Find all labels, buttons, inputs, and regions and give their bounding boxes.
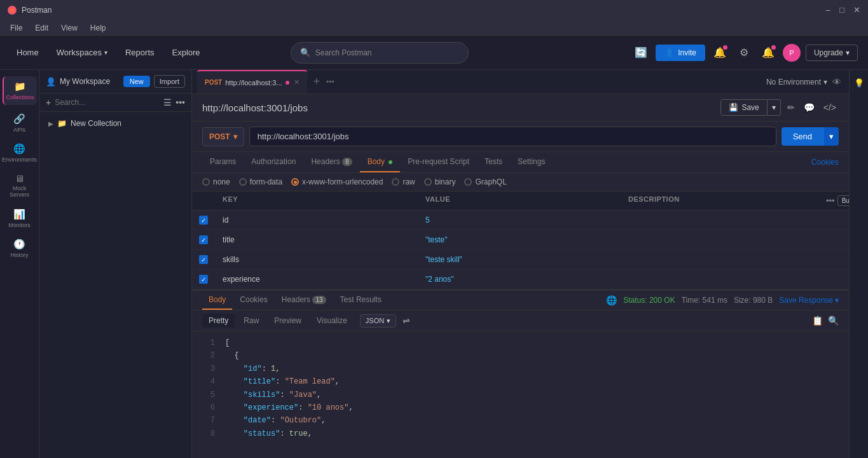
settings-btn[interactable]: ⚙	[734, 43, 754, 62]
save-response-btn[interactable]: Save Response ▾	[779, 296, 839, 305]
search-bar[interactable]: 🔍 Search Postman	[291, 42, 469, 64]
cell-key-title[interactable]: title	[215, 230, 418, 249]
cell-desc-title[interactable]	[621, 235, 823, 245]
sidebar-item-history[interactable]: 🕐 History	[3, 234, 37, 263]
menu-edit[interactable]: Edit	[30, 22, 53, 34]
cell-key-skills[interactable]: skills	[215, 250, 418, 269]
cell-desc-id[interactable]	[621, 215, 823, 225]
nav-workspaces[interactable]: Workspaces ▾	[50, 45, 114, 60]
search-response-btn[interactable]: 🔍	[828, 316, 839, 326]
resp-tab-cookies[interactable]: Cookies	[233, 291, 273, 310]
sidebar-item-mock-servers[interactable]: 🖥 Mock Servers	[3, 169, 37, 203]
cell-val-title[interactable]: "teste"	[418, 230, 621, 249]
checkbox-id[interactable]: ✓	[199, 216, 208, 225]
nav-explore[interactable]: Explore	[166, 45, 207, 60]
cell-key-experience[interactable]: experience	[215, 270, 418, 289]
tab-body[interactable]: Body	[360, 152, 401, 172]
nav-home[interactable]: Home	[10, 45, 45, 60]
checkbox-skills[interactable]: ✓	[199, 255, 208, 264]
tab-tests[interactable]: Tests	[477, 152, 510, 172]
maximize-btn[interactable]: □	[839, 5, 844, 15]
method-select[interactable]: POST ▾	[202, 127, 244, 146]
body-opt-graphql[interactable]: GraphQL	[464, 177, 506, 186]
nav-reports[interactable]: Reports	[119, 45, 161, 60]
tab-params[interactable]: Params	[202, 152, 244, 172]
sidebar-item-environments[interactable]: 🌐 Environments	[3, 139, 37, 167]
tab-headers[interactable]: Headers 8	[303, 152, 359, 172]
invite-button[interactable]: 👤 Invite	[656, 45, 705, 61]
add-collection-icon[interactable]: +	[46, 97, 51, 108]
bulk-edit-cell: ••• Bulk Edit	[823, 191, 849, 210]
sidebar-label-mock-servers: Mock Servers	[5, 186, 34, 198]
add-tab-icon[interactable]: +	[308, 75, 326, 88]
edit-icon-btn[interactable]: ✏	[785, 100, 797, 115]
json-select[interactable]: JSON ▾	[360, 314, 396, 328]
alerts-btn[interactable]: 🔔	[759, 43, 778, 62]
tab-overflow-icon[interactable]: •••	[326, 78, 334, 87]
sidebar-item-apis[interactable]: 🔗 APIs	[3, 109, 37, 137]
checkbox-title[interactable]: ✓	[199, 235, 208, 244]
collection-item[interactable]: ▶ 📁 New Collection	[45, 116, 186, 131]
url-input[interactable]	[249, 127, 776, 146]
cell-val-skills[interactable]: "teste skill"	[418, 250, 621, 269]
cookies-link[interactable]: Cookies	[811, 158, 839, 167]
import-button[interactable]: Import	[154, 75, 185, 88]
body-opt-urlencoded[interactable]: x-www-form-urlencoded	[291, 177, 383, 186]
more-options-icon[interactable]: •••	[176, 97, 185, 108]
cell-desc-experience[interactable]	[621, 274, 823, 284]
send-dropdown-btn[interactable]: ▾	[823, 127, 839, 146]
checkbox-experience[interactable]: ✓	[199, 275, 208, 284]
tab-pre-request[interactable]: Pre-request Script	[400, 152, 477, 172]
more-icon[interactable]: •••	[826, 196, 835, 205]
close-btn[interactable]: ✕	[853, 5, 860, 15]
tab-bar: POST http://localhost:3... ✕ + ••• No En…	[192, 70, 849, 94]
tab-authorization[interactable]: Authorization	[244, 152, 303, 172]
comment-icon-btn[interactable]: 💬	[801, 100, 817, 115]
resp-tab-test-results[interactable]: Test Results	[334, 291, 388, 310]
menu-file[interactable]: File	[5, 22, 27, 34]
bulk-edit-button[interactable]: Bulk Edit	[837, 195, 849, 206]
menu-help[interactable]: Help	[85, 22, 111, 34]
left-panel-header: 👤 My Workspace New Import	[39, 70, 191, 94]
minimize-btn[interactable]: −	[825, 5, 830, 15]
resp-size: Size: 980 B	[734, 296, 773, 305]
code-icon-btn[interactable]: </>	[821, 100, 839, 115]
eye-icon[interactable]: 👁	[832, 77, 841, 87]
menu-view[interactable]: View	[56, 22, 83, 34]
copy-response-btn[interactable]: 📋	[812, 316, 823, 326]
resp-tab-headers[interactable]: Headers 13	[275, 291, 333, 310]
fmt-visualize[interactable]: Visualize	[310, 314, 354, 328]
avatar[interactable]: P	[783, 44, 801, 62]
save-dropdown-btn[interactable]: ▾	[768, 99, 781, 116]
body-opt-raw[interactable]: raw	[392, 177, 415, 186]
notification-btn[interactable]: 🔔	[710, 43, 729, 62]
right-icon-1[interactable]: 💡	[851, 75, 867, 91]
fmt-raw[interactable]: Raw	[237, 314, 265, 328]
fmt-pretty[interactable]: Pretty	[202, 314, 235, 328]
no-environment-select[interactable]: No Environment ▾	[766, 78, 827, 87]
upgrade-button[interactable]: Upgrade ▾	[806, 45, 858, 61]
sort-icon[interactable]: ☰	[163, 97, 172, 108]
send-group: Send ▾	[782, 127, 839, 146]
line-content: "id": 1,	[225, 363, 280, 375]
cell-desc-skills[interactable]	[621, 254, 823, 265]
tab-close-icon[interactable]: ✕	[294, 78, 300, 87]
sync-icon-btn[interactable]: 🔄	[631, 43, 651, 62]
cell-key-id[interactable]: id	[215, 211, 418, 230]
cell-val-experience[interactable]: "2 anos"	[418, 270, 621, 289]
resp-tab-body[interactable]: Body	[202, 291, 232, 310]
body-opt-form-data[interactable]: form-data	[239, 177, 282, 186]
align-icon[interactable]: ⇌	[403, 316, 410, 326]
new-button[interactable]: New	[123, 76, 150, 87]
fmt-preview[interactable]: Preview	[268, 314, 308, 328]
body-opt-binary[interactable]: binary	[424, 177, 456, 186]
send-button[interactable]: Send	[782, 127, 823, 146]
collections-search[interactable]	[55, 98, 160, 107]
save-button[interactable]: 💾 Save	[720, 99, 767, 116]
cell-val-id[interactable]: 5	[418, 211, 621, 230]
sidebar-item-monitors[interactable]: 📊 Monitors	[3, 204, 37, 233]
tab-settings[interactable]: Settings	[510, 152, 553, 172]
sidebar-item-collections[interactable]: 📁 Collections	[3, 76, 37, 105]
request-tab[interactable]: POST http://localhost:3... ✕	[197, 70, 307, 94]
body-opt-none[interactable]: none	[202, 177, 230, 186]
